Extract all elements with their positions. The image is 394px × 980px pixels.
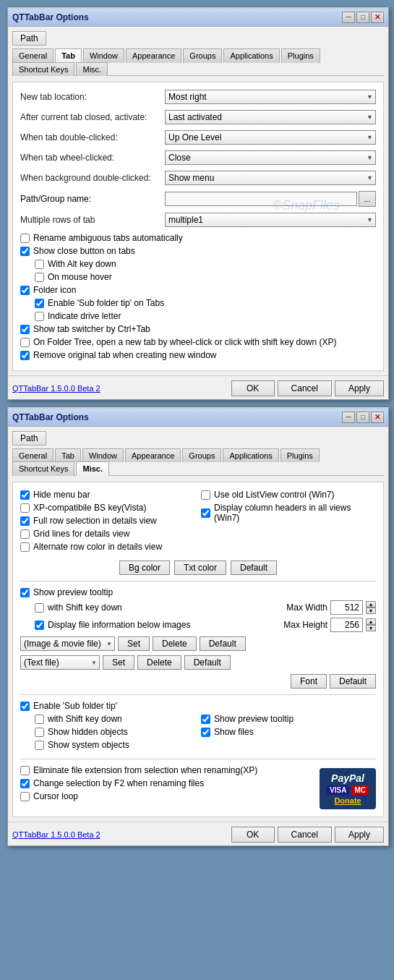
cb-enable-subfolder-tip-misc-input[interactable]	[20, 702, 30, 711]
cb-alternate-row-color-input[interactable]	[20, 542, 30, 552]
max-height-up[interactable]: ▲	[366, 618, 376, 625]
txt-color-button[interactable]: Txt color	[174, 561, 226, 575]
cb-cursor-loop-input[interactable]	[20, 792, 30, 801]
cb-with-shift-input[interactable]	[35, 603, 44, 613]
image-file-select[interactable]: (Image & movie file)	[20, 636, 115, 651]
after-tab-closed-select[interactable]: Last activated Next tab Previous tab	[165, 110, 376, 124]
maximize-button-2[interactable]: □	[356, 412, 369, 423]
bg-double-clicked-select[interactable]: Show menu Do nothing	[165, 171, 376, 185]
maximize-button-1[interactable]: □	[356, 12, 369, 23]
tab-groups-1[interactable]: Groups	[183, 48, 222, 63]
max-height-input[interactable]	[330, 618, 363, 632]
font-default-button[interactable]: Default	[330, 674, 376, 689]
tab-plugins-2[interactable]: Plugins	[280, 448, 320, 462]
text-default-button[interactable]: Default	[184, 655, 231, 670]
apply-button-1[interactable]: Apply	[335, 380, 384, 396]
tab-appearance-2[interactable]: Appearance	[125, 448, 181, 462]
tab-applications-2[interactable]: Applications	[223, 448, 278, 462]
cb-display-column-headers-input[interactable]	[201, 508, 210, 518]
cb-subfolder-show-files-input[interactable]	[201, 728, 210, 737]
tab-shortcut-keys-2[interactable]: Shortcut Keys	[12, 461, 74, 476]
cb-remove-original-tab-input[interactable]	[20, 351, 30, 360]
cb-show-close-btn-input[interactable]	[20, 247, 30, 256]
tab-groups-2[interactable]: Groups	[182, 448, 221, 462]
new-tab-location-select[interactable]: Most right Most left Next to current	[165, 90, 376, 104]
bg-double-clicked-row: When background double-clicked: Show men…	[20, 171, 376, 185]
text-delete-button[interactable]: Delete	[137, 655, 181, 670]
max-width-down[interactable]: ▼	[366, 608, 376, 614]
cb-show-hidden-objects-input[interactable]	[35, 728, 44, 737]
minimize-button-1[interactable]: ─	[342, 12, 355, 23]
tab-plugins-1[interactable]: Plugins	[281, 48, 320, 63]
subfolder-col2: Show preview tooltip Show files	[201, 714, 376, 753]
cb-with-alt-key-input[interactable]	[35, 260, 44, 269]
path-button-1[interactable]: Path	[12, 31, 46, 46]
minimize-button-2[interactable]: ─	[342, 412, 355, 423]
cb-enable-subfolder-tip-input[interactable]	[35, 299, 44, 308]
close-button-1[interactable]: ✕	[371, 12, 384, 23]
color-default-button[interactable]: Default	[231, 561, 277, 575]
max-width-input[interactable]	[330, 600, 363, 615]
tab-tab-2[interactable]: Tab	[55, 448, 81, 462]
tab-window-2[interactable]: Window	[82, 448, 124, 462]
image-set-button[interactable]: Set	[118, 636, 150, 651]
cb-rename-ambiguous-input[interactable]	[20, 234, 30, 243]
cb-eliminate-extension-input[interactable]	[20, 766, 30, 775]
ok-button-2[interactable]: OK	[231, 827, 275, 843]
tab-misc-2[interactable]: Misc.	[76, 461, 109, 476]
font-button[interactable]: Font	[291, 674, 327, 689]
version-link-2[interactable]: QTTabBar 1.5.0.0 Beta 2	[12, 830, 100, 839]
window1-title: QTTabBar Options	[12, 12, 89, 22]
cb-change-selection-f2-input[interactable]	[20, 779, 30, 788]
content-area-2: Hide menu bar XP-compatibile BS key(Vist…	[12, 482, 384, 817]
tab-wheel-clicked-select[interactable]: Close Do nothing	[165, 150, 376, 165]
max-height-down[interactable]: ▼	[366, 625, 376, 631]
cb-display-file-info-input[interactable]	[35, 621, 44, 630]
bg-color-button[interactable]: Bg color	[119, 561, 170, 575]
cb-folder-tree-new-tab-input[interactable]	[20, 338, 30, 347]
cb-grid-lines-input[interactable]	[20, 529, 30, 539]
path-group-browse-button[interactable]: ...	[359, 191, 376, 207]
tab-misc-1[interactable]: Misc.	[76, 62, 108, 76]
cb-hide-menu-bar-input[interactable]	[20, 490, 30, 500]
visa-card: VISA	[327, 785, 349, 795]
cb-full-row-selection-input[interactable]	[20, 516, 30, 526]
cb-alternate-row-color: Alternate row color in details view	[20, 542, 195, 552]
path-button-2[interactable]: Path	[12, 431, 46, 446]
cb-folder-icon-input[interactable]	[20, 286, 30, 295]
multiple-rows-select[interactable]: multiple1 multiple2 multiple3	[165, 213, 376, 227]
cb-subfolder-with-shift-input[interactable]	[35, 715, 44, 724]
donate-link[interactable]: Donate	[334, 796, 361, 805]
text-set-button[interactable]: Set	[103, 655, 134, 670]
cb-on-mouse-hover-input[interactable]	[35, 273, 44, 282]
cb-grid-lines: Grid lines for details view	[20, 529, 195, 539]
cancel-button-2[interactable]: Cancel	[278, 827, 332, 843]
tab-shortcut-keys-1[interactable]: Shortcut Keys	[12, 62, 74, 76]
tab-double-clicked-select[interactable]: Up One Level Close Do nothing	[165, 130, 376, 145]
cancel-button-1[interactable]: Cancel	[278, 380, 332, 396]
text-file-select[interactable]: (Text file)	[20, 655, 100, 670]
cb-show-preview-tooltip-input[interactable]	[20, 588, 30, 597]
tab-applications-1[interactable]: Applications	[223, 48, 279, 63]
ok-button-1[interactable]: OK	[231, 380, 275, 396]
image-delete-button[interactable]: Delete	[153, 636, 197, 651]
max-width-up[interactable]: ▲	[366, 601, 376, 608]
version-link-1[interactable]: QTTabBar 1.5.0.0 Beta 2	[12, 384, 100, 393]
tab-general-2[interactable]: General	[12, 448, 53, 462]
image-default-button[interactable]: Default	[200, 636, 246, 651]
cb-use-old-listview-input[interactable]	[201, 490, 210, 500]
cb-xp-bs-key-input[interactable]	[20, 503, 30, 513]
close-button-2[interactable]: ✕	[371, 412, 384, 423]
cb-show-tab-switcher-input[interactable]	[20, 325, 30, 334]
path-group-input[interactable]	[165, 192, 357, 206]
paypal-box[interactable]: PayPal VISA MC Donate	[320, 768, 376, 809]
cb-subfolder-show-preview-input[interactable]	[201, 715, 210, 724]
tab-appearance-1[interactable]: Appearance	[126, 48, 181, 63]
tab-general-1[interactable]: General	[12, 48, 53, 63]
cb-show-system-objects-input[interactable]	[35, 741, 44, 750]
tab-window-1[interactable]: Window	[83, 48, 124, 63]
cb-indicate-drive-letter-input[interactable]	[35, 312, 44, 321]
cb-show-system-objects-label: Show system objects	[48, 740, 129, 750]
tab-tab-1[interactable]: Tab	[55, 48, 82, 63]
apply-button-2[interactable]: Apply	[335, 827, 384, 843]
